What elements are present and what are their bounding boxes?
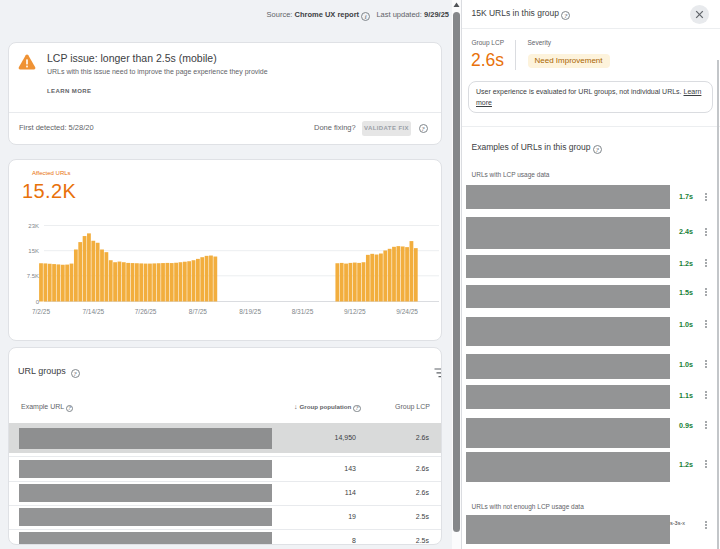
svg-text:7/14/25: 7/14/25 [82,308,104,315]
svg-text:9/24/25: 9/24/25 [396,308,418,315]
svg-text:7.5K: 7.5K [27,272,39,278]
svg-text:7/26/25: 7/26/25 [135,308,157,315]
svg-text:8/19/25: 8/19/25 [239,308,261,315]
svg-text:8/7/25: 8/7/25 [189,308,207,315]
svg-text:8/31/25: 8/31/25 [292,308,314,315]
svg-text:23K: 23K [28,222,39,228]
svg-text:0: 0 [36,298,40,304]
svg-text:7/2/25: 7/2/25 [32,308,50,315]
svg-text:9/12/25: 9/12/25 [344,308,366,315]
svg-text:15K: 15K [28,247,39,253]
